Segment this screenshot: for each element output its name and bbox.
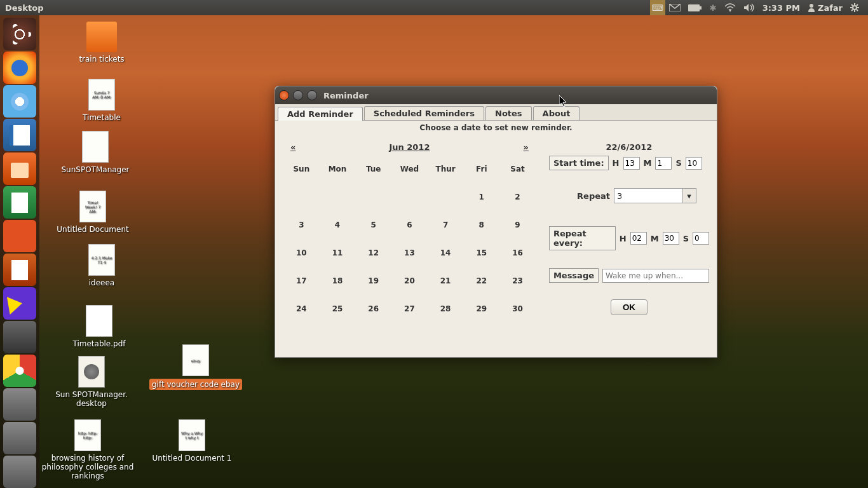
chrome-icon[interactable]	[3, 355, 36, 387]
calendar-day	[428, 184, 463, 210]
volume-icon[interactable]	[740, 0, 759, 15]
battery-icon[interactable]	[684, 0, 706, 15]
calendar: « Jun 2012 » SunMonTueWedThurFriSat 1234…	[283, 140, 536, 323]
chromium-icon[interactable]	[3, 85, 36, 118]
month-label[interactable]: Jun 2012	[389, 142, 430, 152]
form-panel: 22/6/2012 Start time: H M S Repeat 3 ▾ R…	[549, 140, 709, 323]
svg-rect-1	[688, 4, 700, 11]
svg-line-11	[857, 10, 858, 11]
calendar-day[interactable]: 8	[464, 212, 499, 238]
calendar-day[interactable]: 14	[428, 240, 463, 266]
tab-notes[interactable]: Notes	[485, 106, 532, 120]
mail-icon[interactable]	[665, 0, 684, 15]
clock[interactable]: 3:33 PM	[759, 0, 804, 15]
calendar-day[interactable]: 1	[464, 184, 499, 210]
calendar-day[interactable]: 15	[464, 240, 499, 266]
desktop-icon[interactable]: Sunda 7 AM: 8 AM:Timetable	[51, 79, 153, 122]
calendar-day[interactable]: 25	[320, 295, 355, 322]
window-title: Reminder	[323, 91, 369, 100]
files-icon[interactable]	[3, 152, 36, 185]
user-menu[interactable]: Zafar	[804, 0, 846, 15]
start-sec-input[interactable]	[686, 157, 702, 170]
desktop-icon[interactable]: train tickets	[51, 22, 153, 64]
writer-icon[interactable]	[3, 119, 36, 151]
start-min-input[interactable]	[655, 157, 672, 170]
calendar-day[interactable]: 3	[284, 212, 319, 238]
m-label: M	[644, 158, 652, 168]
calendar-day[interactable]: 22	[464, 268, 499, 294]
calendar-day[interactable]: 26	[356, 295, 391, 322]
titlebar[interactable]: Reminder	[275, 86, 717, 104]
calendar-day[interactable]: 12	[356, 240, 391, 266]
nav-icon[interactable]	[3, 287, 36, 320]
calendar-day[interactable]: 16	[500, 240, 535, 266]
repeat-sec-input[interactable]	[693, 232, 709, 245]
close-icon[interactable]	[279, 90, 289, 100]
start-hour-input[interactable]	[623, 157, 640, 170]
calendar-day[interactable]: 27	[392, 295, 427, 322]
desktop-icon[interactable]: http: http: http:browsing history of phi…	[37, 419, 139, 480]
desktop-icon[interactable]: SunSPOTManager	[44, 131, 146, 174]
calendar-day[interactable]: 2	[500, 184, 535, 210]
tab-about[interactable]: About	[533, 106, 580, 120]
launcher-item[interactable]	[3, 422, 36, 454]
calendar-day[interactable]: 24	[284, 295, 319, 322]
gear-icon[interactable]	[846, 0, 863, 15]
calendar-day[interactable]: 10	[284, 240, 319, 266]
calendar-day[interactable]: 6	[392, 212, 427, 238]
launcher-item[interactable]	[3, 456, 36, 488]
calendar-day[interactable]: 30	[500, 295, 535, 322]
keyboard-icon[interactable]: ⌨	[650, 0, 665, 15]
desktop-icon[interactable]: ebaygift voucher code ebay	[145, 344, 247, 390]
tab-add-reminder[interactable]: Add Reminder	[278, 107, 363, 121]
svg-line-13	[857, 4, 858, 6]
ok-button[interactable]: OK	[611, 299, 648, 315]
calendar-day[interactable]: 21	[428, 268, 463, 294]
impress-icon[interactable]	[3, 254, 36, 286]
chevron-down-icon[interactable]: ▾	[682, 189, 696, 203]
launcher-item[interactable]	[3, 388, 36, 421]
calc-icon[interactable]	[3, 186, 36, 219]
prev-month-button[interactable]: «	[290, 142, 295, 152]
next-month-button[interactable]: »	[523, 142, 528, 152]
calendar-day[interactable]: 9	[500, 212, 535, 238]
minimize-icon[interactable]	[293, 90, 303, 100]
message-input[interactable]	[602, 269, 709, 283]
repeat-select[interactable]: 3 ▾	[614, 188, 696, 203]
shotwell-icon[interactable]	[3, 220, 36, 252]
calendar-day[interactable]: 28	[428, 295, 463, 322]
svg-point-4	[810, 4, 813, 8]
wifi-icon[interactable]	[721, 0, 740, 15]
calendar-day	[356, 184, 391, 210]
weekday-header: Sun	[284, 156, 319, 182]
svg-point-3	[729, 10, 730, 11]
repeat-min-input[interactable]	[663, 232, 679, 245]
calendar-day[interactable]: 13	[392, 240, 427, 266]
start-time-label: Start time:	[549, 156, 609, 170]
repeat-hour-input[interactable]	[630, 232, 647, 245]
tab-scheduled-reminders[interactable]: Scheduled Reminders	[364, 106, 484, 120]
calendar-day[interactable]: 20	[392, 268, 427, 294]
calendar-day[interactable]: 19	[356, 268, 391, 294]
desktop-icon[interactable]: Time! Week! 7 AM:Untitled Document	[42, 191, 144, 234]
svg-rect-2	[700, 6, 702, 10]
desktop-icon[interactable]: Why a Why t why tUntitled Document 1	[141, 419, 243, 463]
dash-icon[interactable]	[3, 18, 36, 50]
calendar-day[interactable]: 17	[284, 268, 319, 294]
calendar-day[interactable]: 18	[320, 268, 355, 294]
calendar-day[interactable]: 7	[428, 212, 463, 238]
svg-line-10	[851, 4, 853, 6]
disk-icon[interactable]	[3, 321, 36, 353]
desktop-icon[interactable]: Sun SPOTManager. desktop	[41, 356, 142, 408]
calendar-day[interactable]: 23	[500, 268, 535, 294]
desktop-icon[interactable]: 4.2.1 Make 71 4ideeea	[51, 244, 153, 287]
firefox-icon[interactable]	[3, 51, 36, 84]
calendar-day[interactable]: 29	[464, 295, 499, 322]
maximize-icon[interactable]	[307, 90, 317, 100]
desktop-icon[interactable]: Timetable.pdf	[48, 305, 150, 348]
calendar-day[interactable]: 4	[320, 212, 355, 238]
calendar-day[interactable]: 5	[356, 212, 391, 238]
panel-title: Desktop	[5, 3, 43, 13]
bluetooth-icon[interactable]: ✱	[706, 0, 721, 15]
calendar-day[interactable]: 11	[320, 240, 355, 266]
